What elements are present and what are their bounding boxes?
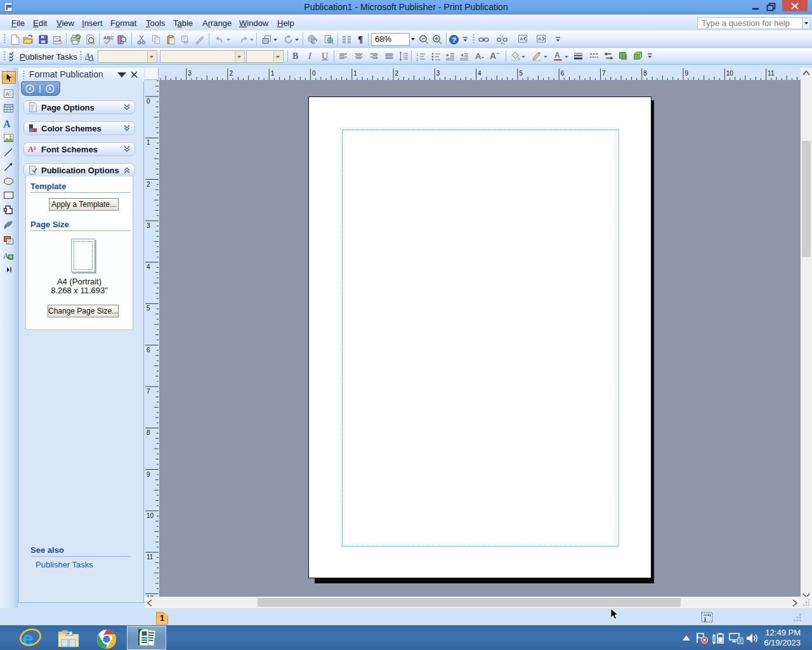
svg-text:A: A xyxy=(6,91,10,97)
svg-text:A: A xyxy=(88,53,94,62)
svg-text:2: 2 xyxy=(229,70,233,77)
svg-text:7: 7 xyxy=(602,70,606,77)
svg-text:11: 11 xyxy=(768,70,775,77)
svg-text:A: A xyxy=(490,51,496,61)
svg-text:A: A xyxy=(538,36,542,42)
svg-text:0: 0 xyxy=(147,98,150,105)
svg-text:9: 9 xyxy=(685,70,689,77)
svg-text:1: 1 xyxy=(271,70,275,77)
svg-text:1: 1 xyxy=(353,70,357,77)
svg-text:2: 2 xyxy=(395,70,399,77)
svg-text:3: 3 xyxy=(188,70,192,77)
svg-text:6: 6 xyxy=(147,347,150,354)
svg-text:A: A xyxy=(3,118,11,129)
svg-text:?: ? xyxy=(452,36,457,44)
svg-text:A: A xyxy=(475,51,481,61)
svg-text:4: 4 xyxy=(478,70,481,77)
svg-text:1: 1 xyxy=(416,53,419,56)
svg-text:2: 2 xyxy=(147,181,150,188)
svg-text:8: 8 xyxy=(643,70,647,77)
svg-text:7: 7 xyxy=(147,388,150,395)
svg-text:4: 4 xyxy=(147,263,150,270)
svg-text:ABC: ABC xyxy=(103,35,114,41)
svg-text:1: 1 xyxy=(147,139,150,146)
svg-text:¶: ¶ xyxy=(358,34,363,44)
svg-text:A: A xyxy=(554,51,560,60)
svg-text:A: A xyxy=(3,251,9,260)
svg-text:a: a xyxy=(33,145,36,151)
svg-text:3: 3 xyxy=(436,70,440,77)
svg-text:6: 6 xyxy=(561,70,565,77)
svg-text:0: 0 xyxy=(312,70,316,77)
svg-text:10: 10 xyxy=(726,70,734,77)
svg-text:2: 2 xyxy=(416,58,419,62)
svg-text:A: A xyxy=(520,36,523,42)
svg-text:11: 11 xyxy=(147,554,154,560)
svg-text:8: 8 xyxy=(147,429,150,436)
svg-text:3: 3 xyxy=(147,222,150,229)
svg-text:5: 5 xyxy=(519,70,523,77)
svg-text:5: 5 xyxy=(147,305,150,312)
svg-text:9: 9 xyxy=(147,471,150,478)
svg-text:10: 10 xyxy=(147,512,154,519)
